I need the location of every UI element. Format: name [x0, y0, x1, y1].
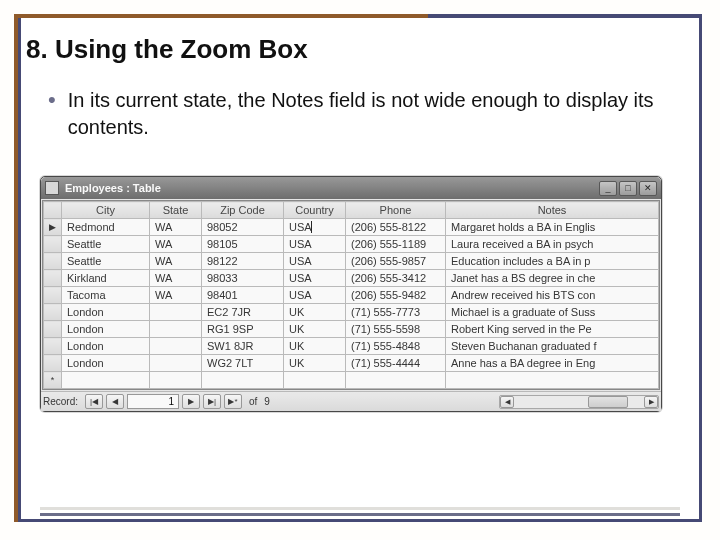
cell-country[interactable]: USA: [284, 270, 346, 287]
col-zip[interactable]: Zip Code: [202, 202, 284, 219]
col-notes[interactable]: Notes: [446, 202, 659, 219]
table-row[interactable]: LondonWG2 7LTUK(71) 555-4444Anne has a B…: [44, 355, 659, 372]
cell-zip[interactable]: WG2 7LT: [202, 355, 284, 372]
cell-phone[interactable]: (71) 555-4444: [346, 355, 446, 372]
cell-zip[interactable]: [202, 372, 284, 389]
cell-country[interactable]: UK: [284, 355, 346, 372]
cell-zip[interactable]: SW1 8JR: [202, 338, 284, 355]
cell-notes[interactable]: Margaret holds a BA in Englis: [446, 219, 659, 236]
table-row-new[interactable]: *: [44, 372, 659, 389]
cell-notes[interactable]: Laura received a BA in psych: [446, 236, 659, 253]
cell-country[interactable]: [284, 372, 346, 389]
table-row[interactable]: LondonRG1 9SPUK(71) 555-5598Robert King …: [44, 321, 659, 338]
cell-country[interactable]: UK: [284, 321, 346, 338]
cell-notes[interactable]: Steven Buchanan graduated f: [446, 338, 659, 355]
cell-state[interactable]: WA: [150, 219, 202, 236]
scroll-track[interactable]: [514, 396, 644, 408]
cell-city[interactable]: London: [62, 304, 150, 321]
cell-zip[interactable]: EC2 7JR: [202, 304, 284, 321]
col-city[interactable]: City: [62, 202, 150, 219]
cell-phone[interactable]: (206) 555-3412: [346, 270, 446, 287]
cell-country[interactable]: USA: [284, 287, 346, 304]
cell-state[interactable]: [150, 355, 202, 372]
nav-first-button[interactable]: |◀: [85, 394, 103, 409]
cell-phone[interactable]: (71) 555-5598: [346, 321, 446, 338]
cell-country[interactable]: USA: [284, 236, 346, 253]
close-button[interactable]: ✕: [639, 181, 657, 196]
window-titlebar[interactable]: Employees : Table _ □ ✕: [41, 177, 661, 199]
cell-country[interactable]: UK: [284, 304, 346, 321]
cell-state[interactable]: [150, 338, 202, 355]
cell-notes[interactable]: Anne has a BA degree in Eng: [446, 355, 659, 372]
cell-notes[interactable]: Janet has a BS degree in che: [446, 270, 659, 287]
table-row[interactable]: KirklandWA98033USA(206) 555-3412Janet ha…: [44, 270, 659, 287]
cell-phone[interactable]: (206) 555-9482: [346, 287, 446, 304]
col-phone[interactable]: Phone: [346, 202, 446, 219]
table-row[interactable]: TacomaWA98401USA(206) 555-9482Andrew rec…: [44, 287, 659, 304]
cell-zip[interactable]: RG1 9SP: [202, 321, 284, 338]
record-number-input[interactable]: [127, 394, 179, 409]
cell-phone[interactable]: (71) 555-7773: [346, 304, 446, 321]
cell-phone[interactable]: (206) 555-9857: [346, 253, 446, 270]
cell-notes[interactable]: Education includes a BA in p: [446, 253, 659, 270]
table-row[interactable]: ▶RedmondWA98052USA(206) 555-8122Margaret…: [44, 219, 659, 236]
nav-last-button[interactable]: ▶|: [203, 394, 221, 409]
cell-country[interactable]: UK: [284, 338, 346, 355]
nav-next-button[interactable]: ▶: [182, 394, 200, 409]
cell-city[interactable]: Seattle: [62, 253, 150, 270]
cell-zip[interactable]: 98105: [202, 236, 284, 253]
cell-phone[interactable]: (206) 555-1189: [346, 236, 446, 253]
cell-city[interactable]: London: [62, 355, 150, 372]
nav-prev-button[interactable]: ◀: [106, 394, 124, 409]
cell-zip[interactable]: 98052: [202, 219, 284, 236]
cell-state[interactable]: [150, 304, 202, 321]
col-state[interactable]: State: [150, 202, 202, 219]
table-row[interactable]: SeattleWA98122USA(206) 555-9857Education…: [44, 253, 659, 270]
cell-state[interactable]: WA: [150, 270, 202, 287]
scroll-left-button[interactable]: ◀: [500, 396, 514, 408]
cell-state[interactable]: WA: [150, 287, 202, 304]
cell-notes[interactable]: Andrew received his BTS con: [446, 287, 659, 304]
scroll-thumb[interactable]: [588, 396, 628, 408]
cell-notes[interactable]: Michael is a graduate of Suss: [446, 304, 659, 321]
horizontal-scrollbar[interactable]: ◀ ▶: [499, 395, 659, 409]
cell-zip[interactable]: 98122: [202, 253, 284, 270]
row-selector[interactable]: [44, 253, 62, 270]
cell-city[interactable]: [62, 372, 150, 389]
maximize-button[interactable]: □: [619, 181, 637, 196]
col-country[interactable]: Country: [284, 202, 346, 219]
row-selector[interactable]: [44, 355, 62, 372]
table-row[interactable]: LondonEC2 7JRUK(71) 555-7773Michael is a…: [44, 304, 659, 321]
select-all-cell[interactable]: [44, 202, 62, 219]
scroll-right-button[interactable]: ▶: [644, 396, 658, 408]
cell-phone[interactable]: (71) 555-4848: [346, 338, 446, 355]
nav-new-button[interactable]: ▶*: [224, 394, 242, 409]
row-selector[interactable]: *: [44, 372, 62, 389]
cell-state[interactable]: [150, 321, 202, 338]
table-row[interactable]: LondonSW1 8JRUK(71) 555-4848Steven Bucha…: [44, 338, 659, 355]
cell-notes[interactable]: [446, 372, 659, 389]
row-selector[interactable]: [44, 338, 62, 355]
row-selector[interactable]: ▶: [44, 219, 62, 236]
cell-city[interactable]: London: [62, 321, 150, 338]
cell-city[interactable]: Kirkland: [62, 270, 150, 287]
cell-state[interactable]: WA: [150, 236, 202, 253]
cell-city[interactable]: Redmond: [62, 219, 150, 236]
cell-phone[interactable]: [346, 372, 446, 389]
cell-city[interactable]: Seattle: [62, 236, 150, 253]
cell-city[interactable]: London: [62, 338, 150, 355]
cell-state[interactable]: WA: [150, 253, 202, 270]
row-selector[interactable]: [44, 287, 62, 304]
table-row[interactable]: SeattleWA98105USA(206) 555-1189Laura rec…: [44, 236, 659, 253]
cell-state[interactable]: [150, 372, 202, 389]
table[interactable]: City State Zip Code Country Phone Notes …: [43, 201, 659, 389]
cell-country[interactable]: USA: [284, 219, 346, 236]
cell-zip[interactable]: 98401: [202, 287, 284, 304]
row-selector[interactable]: [44, 321, 62, 338]
cell-city[interactable]: Tacoma: [62, 287, 150, 304]
minimize-button[interactable]: _: [599, 181, 617, 196]
cell-zip[interactable]: 98033: [202, 270, 284, 287]
cell-phone[interactable]: (206) 555-8122: [346, 219, 446, 236]
row-selector[interactable]: [44, 304, 62, 321]
cell-country[interactable]: USA: [284, 253, 346, 270]
